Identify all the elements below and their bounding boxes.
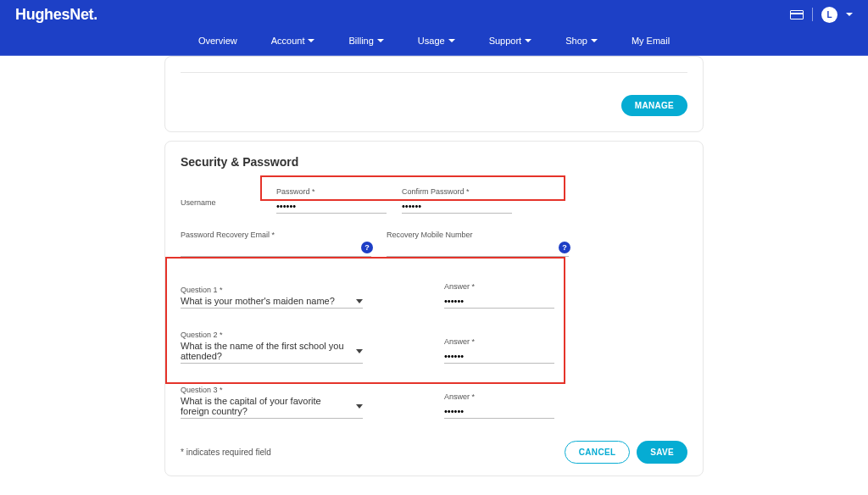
nav-item-support[interactable]: Support bbox=[489, 36, 532, 46]
question-1-select[interactable]: What is your mother's maiden name? bbox=[181, 296, 363, 309]
card-icon[interactable] bbox=[790, 10, 804, 19]
question-3-value: What is the capital of your favorite for… bbox=[181, 396, 351, 416]
recovery-mobile-input[interactable] bbox=[387, 241, 569, 257]
chevron-down-icon bbox=[308, 39, 314, 42]
cancel-button[interactable]: CANCEL bbox=[565, 441, 630, 464]
card-security: Security & Password Username Password * … bbox=[164, 141, 704, 476]
answer-1-input[interactable] bbox=[444, 292, 554, 309]
nav-item-account[interactable]: Account bbox=[271, 36, 315, 46]
chevron-down-icon[interactable] bbox=[846, 13, 853, 16]
nav-item-usage[interactable]: Usage bbox=[418, 36, 455, 46]
card-prior: MANAGE bbox=[164, 56, 704, 132]
chevron-down-icon bbox=[448, 39, 455, 42]
question-1-value: What is your mother's maiden name? bbox=[181, 296, 335, 306]
help-icon[interactable]: ? bbox=[361, 242, 373, 253]
label-answer-2: Answer * bbox=[444, 337, 554, 346]
question-2-value: What is the name of the first school you… bbox=[181, 341, 351, 361]
nav-item-billing[interactable]: Billing bbox=[348, 36, 383, 46]
dropdown-icon bbox=[356, 299, 363, 303]
chevron-down-icon bbox=[377, 39, 384, 42]
label-recovery-mobile: Recovery Mobile Number bbox=[387, 231, 569, 239]
answer-2-input[interactable] bbox=[444, 348, 554, 364]
dropdown-icon bbox=[356, 349, 363, 353]
divider bbox=[812, 8, 813, 21]
label-username: Username bbox=[181, 198, 261, 207]
section-title: Security & Password bbox=[181, 155, 687, 169]
confirm-password-input[interactable] bbox=[402, 197, 512, 214]
dropdown-icon bbox=[356, 404, 363, 409]
nav-item-my-email[interactable]: My Email bbox=[632, 36, 670, 46]
manage-button[interactable]: MANAGE bbox=[621, 95, 687, 116]
question-2-select[interactable]: What is the name of the first school you… bbox=[181, 341, 363, 364]
header: HughesNet. L OverviewAccountBillingUsage… bbox=[0, 0, 868, 56]
required-note: * indicates required field bbox=[181, 448, 271, 457]
label-confirm-password: Confirm Password * bbox=[402, 187, 512, 196]
label-answer-1: Answer * bbox=[444, 282, 554, 291]
help-icon[interactable]: ? bbox=[559, 242, 570, 253]
recovery-email-input[interactable] bbox=[181, 241, 371, 257]
label-question-2: Question 2 * bbox=[181, 331, 363, 339]
avatar[interactable]: L bbox=[821, 7, 837, 23]
label-question-3: Question 3 * bbox=[181, 386, 363, 394]
value-username bbox=[181, 209, 261, 214]
label-recovery-email: Password Recovery Email * bbox=[181, 231, 371, 239]
nav-item-shop[interactable]: Shop bbox=[565, 36, 598, 46]
question-3-select[interactable]: What is the capital of your favorite for… bbox=[181, 396, 363, 419]
nav: OverviewAccountBillingUsageSupportShopMy… bbox=[0, 25, 868, 56]
logo[interactable]: HughesNet. bbox=[15, 6, 97, 24]
answer-3-input[interactable] bbox=[444, 403, 554, 419]
chevron-down-icon bbox=[525, 39, 531, 42]
nav-item-overview[interactable]: Overview bbox=[198, 36, 237, 46]
save-button[interactable]: SAVE bbox=[637, 441, 687, 464]
label-answer-3: Answer * bbox=[444, 392, 554, 401]
chevron-down-icon bbox=[591, 39, 598, 42]
label-question-1: Question 1 * bbox=[181, 286, 363, 294]
header-right: L bbox=[790, 7, 853, 23]
label-password: Password * bbox=[276, 187, 387, 196]
password-input[interactable] bbox=[276, 197, 387, 214]
